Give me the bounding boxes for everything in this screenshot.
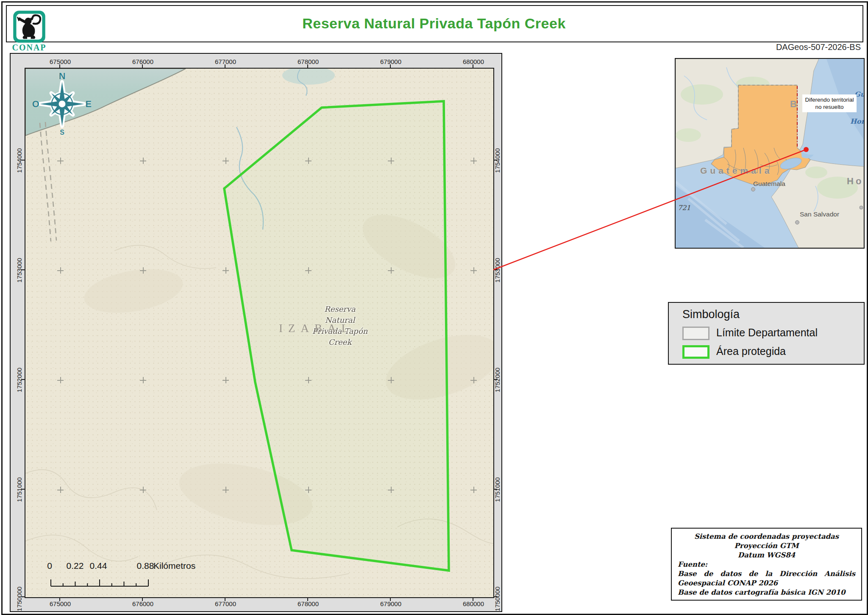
grid-tick bbox=[142, 64, 143, 68]
trail-line-2 bbox=[45, 122, 56, 241]
grid-tick bbox=[225, 597, 225, 601]
x-axis-label-bottom: 675000 bbox=[50, 600, 71, 607]
y-axis-label-right: 1751000 bbox=[494, 477, 501, 502]
department-limit-swatch bbox=[682, 327, 709, 340]
honduras-sea-label-fragment: Hond bbox=[850, 117, 865, 125]
grid-tick bbox=[21, 379, 25, 380]
inset-graphics bbox=[676, 59, 864, 248]
belize-label-fragment: B bbox=[790, 99, 797, 110]
y-axis-label-left: 1754000 bbox=[16, 148, 23, 173]
y-axis-label-left: 1750000 bbox=[16, 587, 23, 611]
basemap-graphics: N O E S bbox=[25, 69, 493, 597]
grid-tick bbox=[493, 160, 497, 161]
legend-item-label: Límite Departamental bbox=[716, 327, 818, 339]
x-axis-label-top: 678000 bbox=[298, 58, 319, 65]
grid-tick bbox=[493, 379, 497, 380]
protected-area-swatch bbox=[682, 345, 709, 359]
legend-title: Simbología bbox=[682, 308, 740, 321]
scalebar-unit: Kilómetros bbox=[153, 561, 195, 571]
grid-tick bbox=[493, 489, 497, 490]
x-axis-label-bottom: 680000 bbox=[463, 600, 484, 607]
y-axis-label-right: 1753000 bbox=[494, 258, 501, 283]
san-salvador-label: San Salvador bbox=[800, 211, 839, 218]
legend-item-limite: Límite Departamental bbox=[682, 327, 709, 340]
grid-tick bbox=[493, 596, 497, 597]
compass-e-label: E bbox=[86, 99, 92, 109]
x-axis-label-top: 675000 bbox=[50, 58, 71, 65]
grid-tick bbox=[390, 597, 391, 601]
compass-o-label: O bbox=[32, 99, 39, 109]
x-axis-label-bottom: 677000 bbox=[215, 600, 236, 607]
guatemala-country-label: Guatemala bbox=[700, 166, 772, 176]
y-axis-label-right: 1754000 bbox=[494, 148, 501, 173]
department-label: IZABAL bbox=[279, 322, 354, 335]
scalebar bbox=[51, 579, 148, 586]
credits-source-1: Base de datos de la Dirección Análisis G… bbox=[678, 569, 855, 588]
credits-line: Proyección GTM bbox=[678, 541, 855, 551]
legend-item-label: Área protegida bbox=[716, 345, 786, 357]
grid-tick bbox=[473, 64, 473, 68]
x-axis-label-top: 677000 bbox=[215, 58, 236, 65]
grid-tick bbox=[21, 269, 25, 270]
grid-tick bbox=[307, 597, 308, 601]
scalebar-088: 0.88 bbox=[137, 561, 154, 571]
x-axis-label-bottom: 676000 bbox=[132, 600, 153, 607]
main-map: N O E S bbox=[25, 68, 494, 598]
creek-mouth-water bbox=[282, 69, 335, 85]
grid-tick bbox=[59, 597, 60, 601]
grid-tick bbox=[21, 160, 25, 161]
y-axis-label-right: 1750000 bbox=[494, 587, 501, 611]
grid-tick bbox=[493, 269, 497, 270]
inset-locator-map: B Gu Hond Diferendo territorial no resue… bbox=[675, 58, 865, 249]
scalebar-022: 0.22 bbox=[67, 561, 84, 571]
x-axis-label-bottom: 678000 bbox=[298, 600, 319, 607]
grid-tick bbox=[21, 489, 25, 490]
guatemala-city-label: Guatemala bbox=[753, 180, 785, 188]
x-axis-label-top: 680000 bbox=[463, 58, 484, 65]
grid-tick bbox=[21, 596, 25, 597]
credits-source-2: Base de datos cartografía básica IGN 201… bbox=[678, 588, 855, 597]
territorial-dispute-note: Diferendo territorial no resuelto bbox=[802, 94, 857, 112]
compass-n-label: N bbox=[59, 71, 66, 81]
scalebar-0: 0 bbox=[47, 561, 52, 571]
y-axis-label-left: 1751000 bbox=[16, 477, 23, 502]
legend-item-area: Área protegida bbox=[682, 345, 709, 359]
y-axis-label-right: 1752000 bbox=[494, 368, 501, 392]
honduras-label-fragment: Ho bbox=[847, 176, 863, 187]
page-title: Reserva Natural Privada Tapón Creek bbox=[0, 15, 868, 32]
x-axis-label-top: 679000 bbox=[380, 58, 401, 65]
compass-s-label: S bbox=[60, 129, 64, 136]
credits-line: Datum WGS84 bbox=[678, 551, 855, 560]
legend: Simbología Límite Departamental Área pro… bbox=[668, 302, 865, 365]
trail-line bbox=[40, 123, 51, 241]
scalebar-044: 0.44 bbox=[90, 561, 107, 571]
credits-line: Sistema de coordenadas proyectadas bbox=[678, 532, 855, 541]
document-code: DAGeos-507-2026-BS bbox=[0, 42, 861, 52]
grid-tick bbox=[59, 64, 60, 68]
conap-monkey-logo-icon bbox=[13, 10, 46, 43]
y-axis-label-left: 1753000 bbox=[16, 258, 23, 283]
grid-tick bbox=[390, 64, 391, 68]
map-frame: N O E S bbox=[10, 53, 502, 612]
grid-tick bbox=[225, 64, 225, 68]
grid-tick bbox=[307, 64, 308, 68]
grid-tick bbox=[473, 597, 473, 601]
map-page: Reserva Natural Privada Tapón Creek DAGe… bbox=[0, 0, 868, 615]
y-axis-label-left: 1752000 bbox=[16, 368, 23, 392]
depth-label: 721 bbox=[678, 204, 691, 212]
x-axis-label-bottom: 679000 bbox=[380, 600, 401, 607]
credits-fuente: Fuente: bbox=[678, 560, 855, 569]
conap-logo-text: CONAP bbox=[8, 43, 51, 53]
grid-tick bbox=[142, 597, 143, 601]
x-axis-label-top: 676000 bbox=[132, 58, 153, 65]
credits-box: Sistema de coordenadas proyectadas Proye… bbox=[671, 528, 862, 601]
